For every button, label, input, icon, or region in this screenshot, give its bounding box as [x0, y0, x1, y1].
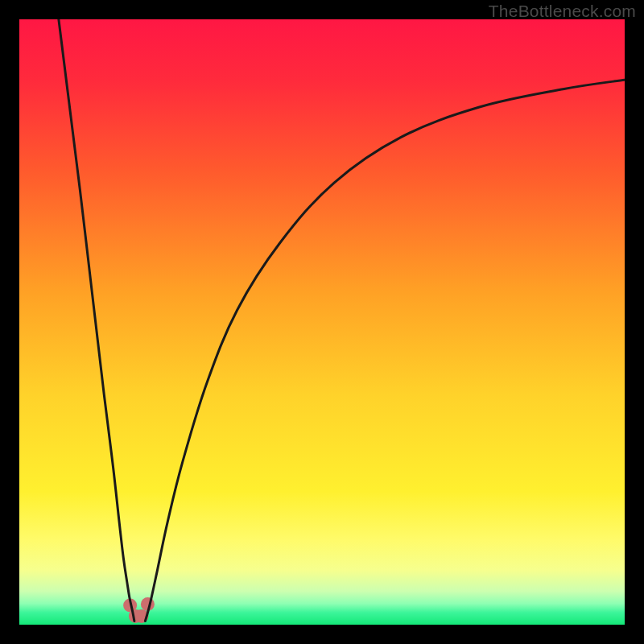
watermark-text: TheBottleneck.com [489, 2, 636, 21]
gradient-background [19, 19, 625, 625]
plot-frame [19, 19, 625, 625]
bottleneck-chart [19, 19, 625, 625]
